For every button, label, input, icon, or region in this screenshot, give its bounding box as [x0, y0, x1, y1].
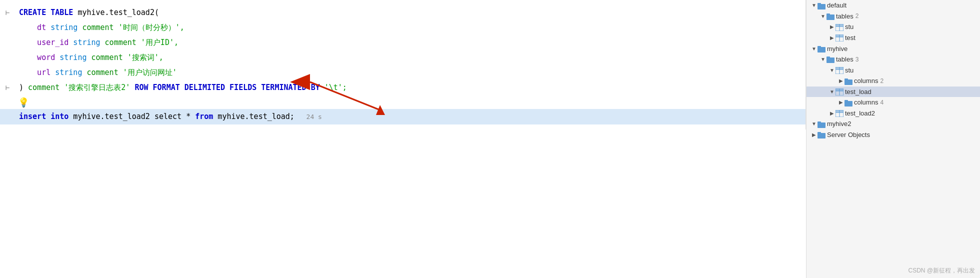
tree-arrow-item-stu-myhive: ▼	[828, 68, 836, 73]
svg-rect-17	[836, 34, 844, 37]
sidebar-panel: ▼ default▼ tables2▶ stu▶ test▼ myhive▼ t…	[806, 0, 980, 278]
tree-arrow-item-myhive2: ▼	[810, 121, 818, 126]
sidebar-item-item-default[interactable]: ▼ default	[806, 0, 980, 11]
sidebar-item-item-tables-default[interactable]: ▼ tables2	[806, 11, 980, 22]
tree-arrow-item-myhive: ▼	[810, 46, 818, 52]
folder-icon-item-columns-stu	[844, 77, 854, 85]
tree-arrow-item-stu-default: ▶	[828, 24, 836, 30]
svg-rect-7	[818, 3, 821, 5]
line-content-4: word string comment '搜索词',	[15, 50, 806, 64]
svg-rect-39	[818, 122, 821, 124]
tree-arrow-item-tables-myhive: ▼	[820, 56, 826, 62]
folder-icon-item-columns-test_load	[844, 98, 854, 106]
tree-label-item-server-objects: Server Objects	[827, 131, 870, 138]
line-content-6: ) comment '搜索引擎日志表2' ROW FORMAT DELIMITE…	[15, 80, 806, 94]
code-line-1: ⊢ CREATE TABLE myhive.test_load2(	[0, 5, 806, 20]
tree-arrow-item-columns-stu: ▶	[838, 78, 844, 84]
folder-icon-item-myhive2	[818, 120, 827, 128]
tree-count-item-columns-test_load: 4	[880, 99, 884, 106]
insert-line[interactable]: insert into myhive.test_load2 select * f…	[0, 109, 806, 124]
sidebar-item-item-columns-test_load[interactable]: ▶ columns4	[806, 97, 980, 108]
line-content-1: CREATE TABLE myhive.test_load2(	[15, 6, 806, 20]
tree-label-item-columns-test_load: columns	[854, 98, 878, 106]
tree-arrow-item-default: ▼	[810, 2, 818, 8]
tree-label-item-tables-myhive: tables	[836, 56, 854, 63]
sidebar-item-item-test-default[interactable]: ▶ test	[806, 32, 980, 44]
sidebar-item-item-myhive[interactable]: ▼ myhive	[806, 43, 980, 54]
insert-line-content: insert into myhive.test_load2 select * f…	[15, 110, 806, 124]
svg-rect-33	[844, 100, 848, 102]
tree-label-item-stu-myhive: stu	[845, 66, 854, 74]
svg-rect-25	[836, 67, 844, 70]
tree-label-item-columns-stu: columns	[854, 77, 878, 84]
tree-count-item-tables-default: 2	[856, 12, 859, 20]
svg-rect-21	[826, 56, 830, 58]
line-content-2: dt string comment '时间（时分秒）',	[15, 20, 806, 34]
tree-arrow-item-columns-test_load: ▶	[838, 100, 844, 105]
code-line-6: ⊢ ) comment '搜索引擎日志表2' ROW FORMAT DELIMI…	[0, 80, 806, 95]
sidebar-item-item-test_load2[interactable]: ▶ test_load2	[806, 108, 980, 119]
svg-rect-19	[818, 46, 821, 48]
folder-icon-item-tables-myhive	[826, 56, 836, 64]
tree-label-item-default: default	[827, 2, 846, 9]
folder-icon-item-myhive	[818, 44, 827, 52]
tree-label-item-myhive: myhive	[827, 45, 848, 52]
tree-arrow-item-server-objects: ▶	[810, 132, 818, 138]
folder-icon-item-server-objects	[818, 131, 827, 139]
table-icon-item-test-default	[836, 34, 845, 42]
svg-rect-41	[818, 132, 821, 134]
sidebar-item-item-columns-stu[interactable]: ▶ columns2	[806, 76, 980, 86]
line-content-3: user_id string comment '用户ID',	[15, 36, 806, 50]
tree-arrow-item-tables-default: ▼	[820, 14, 826, 19]
table-icon-item-stu-myhive	[836, 66, 845, 74]
bulb-line: 💡	[0, 95, 806, 109]
folder-icon-item-default	[818, 2, 827, 10]
sidebar-item-item-myhive2[interactable]: ▼ myhive2	[806, 118, 980, 130]
code-line-5: url string comment '用户访问网址'	[0, 65, 806, 80]
svg-rect-9	[826, 14, 830, 16]
tree-label-item-stu-default: stu	[845, 23, 854, 30]
watermark: CSDN @新征程，再出发	[908, 266, 975, 275]
tree-label-item-myhive2: myhive2	[827, 120, 851, 128]
line-content-5: url string comment '用户访问网址'	[15, 66, 806, 80]
tree-arrow-item-test-default: ▶	[828, 35, 836, 40]
sidebar-item-item-tables-myhive[interactable]: ▼ tables3	[806, 54, 980, 65]
folder-icon-item-tables-default	[826, 12, 836, 20]
bulb-icon: 💡	[18, 97, 29, 108]
table-icon-item-stu-default	[836, 23, 845, 31]
tree-container: ▼ default▼ tables2▶ stu▶ test▼ myhive▼ t…	[806, 0, 980, 140]
editor-panel: ⊢ CREATE TABLE myhive.test_load2( dt str…	[0, 0, 806, 278]
tree-arrow-item-test_load: ▼	[828, 89, 836, 94]
tree-label-item-test-default: test	[845, 34, 856, 42]
code-line-3: user_id string comment '用户ID',	[0, 35, 806, 50]
tree-arrow-item-test_load2: ▶	[828, 110, 836, 116]
sidebar-item-item-server-objects[interactable]: ▶ Server Objects	[806, 130, 980, 140]
svg-rect-37	[836, 110, 844, 112]
code-line-4: word string comment '搜索词',	[0, 50, 806, 65]
tree-count-item-tables-myhive: 3	[856, 56, 859, 63]
line-gutter-6: ⊢	[0, 84, 15, 92]
svg-rect-13	[836, 24, 844, 26]
svg-rect-27	[844, 78, 848, 80]
code-line-2: dt string comment '时间（时分秒）',	[0, 20, 806, 35]
table-icon-item-test_load	[836, 88, 845, 96]
line-gutter-1: ⊢	[0, 8, 15, 16]
tree-count-item-columns-stu: 2	[880, 78, 884, 84]
table-icon-item-test_load2	[836, 110, 845, 118]
code-area: ⊢ CREATE TABLE myhive.test_load2( dt str…	[0, 0, 806, 130]
sidebar-item-item-stu-default[interactable]: ▶ stu	[806, 22, 980, 32]
tree-label-item-test_load2: test_load2	[845, 110, 875, 117]
sidebar-item-item-stu-myhive[interactable]: ▼ stu	[806, 64, 980, 76]
tree-label-item-test_load: test_load	[845, 88, 872, 96]
tree-label-item-tables-default: tables	[836, 12, 854, 20]
sidebar-item-item-test_load[interactable]: ▼ test_load	[806, 86, 980, 98]
code-editor[interactable]: ⊢ CREATE TABLE myhive.test_load2( dt str…	[0, 0, 806, 130]
svg-rect-31	[836, 88, 844, 91]
